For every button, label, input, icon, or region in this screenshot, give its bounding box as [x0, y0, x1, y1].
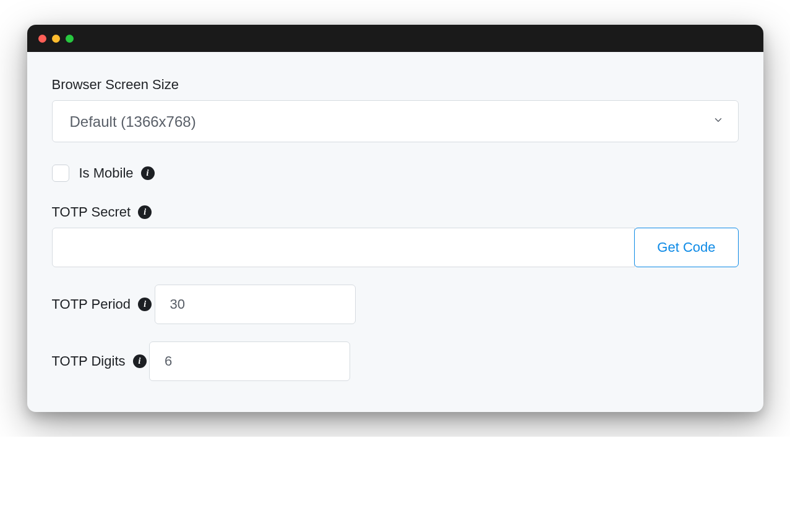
totp-secret-input[interactable] — [52, 228, 635, 267]
totp-period-label-wrap: TOTP Period i — [52, 296, 152, 312]
totp-digits-label-wrap: TOTP Digits i — [52, 353, 147, 369]
totp-period-label: TOTP Period — [52, 296, 131, 312]
totp-digits-group: TOTP Digits i — [52, 341, 739, 381]
window-maximize-button[interactable] — [66, 35, 74, 43]
totp-digits-input[interactable] — [149, 341, 350, 381]
window-close-button[interactable] — [38, 35, 46, 43]
totp-secret-row: Get Code — [52, 228, 739, 267]
app-window: Browser Screen Size Default (1366x768) I… — [27, 25, 763, 412]
is-mobile-label: Is Mobile — [79, 165, 134, 181]
form-content: Browser Screen Size Default (1366x768) I… — [27, 52, 763, 412]
is-mobile-label-wrap: Is Mobile i — [79, 165, 155, 181]
browser-screen-size-select-wrap: Default (1366x768) — [52, 100, 739, 142]
totp-period-group: TOTP Period i — [52, 285, 739, 324]
is-mobile-checkbox[interactable] — [52, 165, 69, 182]
totp-secret-label: TOTP Secret — [52, 204, 131, 220]
browser-screen-size-select[interactable]: Default (1366x768) — [52, 100, 739, 142]
info-icon[interactable]: i — [138, 205, 152, 219]
info-icon[interactable]: i — [133, 354, 147, 368]
totp-digits-label: TOTP Digits — [52, 353, 126, 369]
info-icon[interactable]: i — [138, 298, 152, 311]
is-mobile-group: Is Mobile i — [52, 165, 739, 182]
totp-secret-label-wrap: TOTP Secret i — [52, 204, 152, 220]
window-minimize-button[interactable] — [52, 35, 60, 43]
browser-screen-size-group: Browser Screen Size Default (1366x768) — [52, 77, 739, 142]
totp-period-input[interactable] — [155, 285, 356, 324]
totp-secret-group: TOTP Secret i Get Code — [52, 204, 739, 267]
window-titlebar — [27, 25, 763, 52]
info-icon[interactable]: i — [141, 166, 155, 180]
browser-screen-size-label: Browser Screen Size — [52, 77, 179, 93]
get-code-button[interactable]: Get Code — [634, 228, 738, 267]
